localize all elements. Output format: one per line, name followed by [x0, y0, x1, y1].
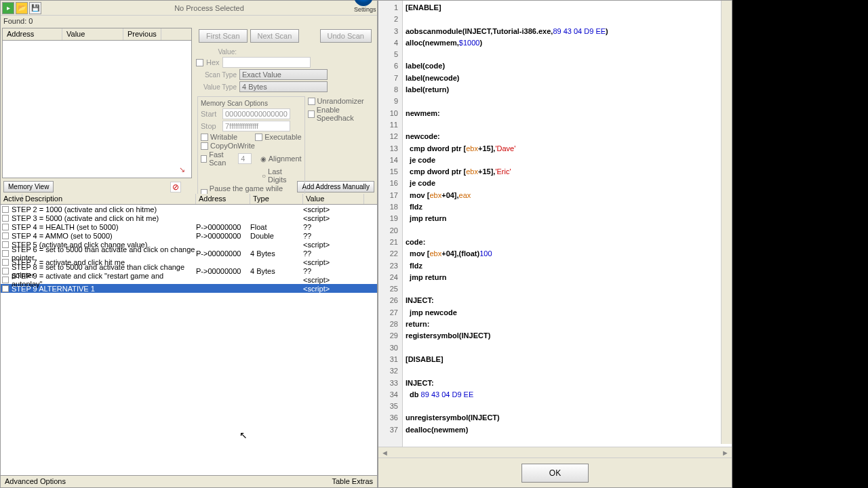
first-scan-button[interactable]: First Scan [199, 29, 248, 43]
active-checkbox[interactable] [2, 241, 9, 248]
found-label: Found: 0 [1, 16, 377, 26]
writable-checkbox[interactable] [201, 134, 208, 141]
table-row[interactable]: STEP 9 = activate and click "restart gam… [1, 275, 377, 284]
advanced-options-link[interactable]: Advanced Options [5, 477, 66, 486]
process-title: No Process Selected [43, 4, 376, 12]
stop-input[interactable] [222, 121, 290, 131]
undo-scan-button[interactable]: Undo Scan [320, 29, 372, 43]
stop-icon[interactable]: ⊘ [170, 182, 181, 192]
memory-view-button[interactable]: Memory View [3, 181, 54, 192]
results-header: Address Value Previous [3, 28, 191, 41]
line-gutter: 1234567891011121314151617181920212223242… [378, 1, 403, 447]
address-table[interactable]: Active Description Address Type Value ST… [1, 194, 377, 485]
open-file-icon[interactable]: 📂 [16, 2, 28, 14]
active-checkbox[interactable] [2, 285, 9, 292]
ce-logo[interactable]: Settings [354, 0, 374, 16]
next-scan-button[interactable]: Next Scan [250, 29, 300, 43]
active-checkbox[interactable] [2, 232, 9, 239]
auto-assemble-window: 1234567891011121314151617181920212223242… [378, 0, 732, 488]
active-checkbox[interactable] [2, 268, 9, 274]
scrollbar-vertical[interactable] [721, 1, 732, 444]
footer: Advanced Options Table Extras [1, 475, 377, 487]
fastscan-checkbox[interactable] [201, 155, 207, 163]
active-checkbox[interactable] [2, 224, 9, 230]
table-header: Active Description Address Type Value [1, 194, 377, 205]
start-input[interactable] [222, 108, 290, 119]
active-checkbox[interactable] [2, 215, 9, 222]
table-extras-link[interactable]: Table Extras [332, 477, 373, 486]
speedhack-checkbox[interactable] [308, 110, 315, 118]
active-checkbox[interactable] [2, 250, 9, 257]
table-row[interactable]: STEP 4 = HEALTH (set to 5000)P->00000000… [1, 222, 377, 231]
active-checkbox[interactable] [2, 259, 9, 266]
active-checkbox[interactable] [2, 277, 9, 283]
table-row[interactable]: STEP 2 = 1000 (activate and click on hit… [1, 205, 377, 214]
executable-checkbox[interactable] [255, 134, 262, 141]
clear-icon[interactable]: ↘ [179, 165, 189, 175]
scan-panel: First Scan Next Scan Undo Scan Value: He… [193, 26, 377, 180]
unrand-checkbox[interactable] [308, 98, 315, 105]
table-row[interactable]: STEP 3 = 5000 (activate and click on hit… [1, 214, 377, 222]
hex-checkbox[interactable] [196, 59, 203, 66]
table-row[interactable]: STEP 4 = AMMO (set to 5000)P->00000000Do… [1, 231, 377, 240]
table-row[interactable]: STEP 9 ALTERNATIVE 1<script> [1, 284, 377, 293]
table-row[interactable]: STEP 6 = set to 5000 than activate and c… [1, 249, 377, 258]
cheat-engine-window: ▸ 📂 💾 No Process Selected Settings Found… [0, 0, 378, 488]
results-list[interactable]: Address Value Previous ↘ [2, 28, 192, 178]
open-process-icon[interactable]: ▸ [2, 2, 14, 14]
cow-checkbox[interactable] [201, 142, 208, 150]
value-type-dropdown[interactable]: 4 Bytes [239, 81, 328, 92]
scrollbar-horizontal[interactable]: ◄► [378, 447, 732, 458]
ok-button[interactable]: OK [521, 464, 589, 483]
value-input[interactable] [222, 57, 311, 68]
code-editor[interactable]: [ENABLE]aobscanmodule(INJECT,Tutorial-i3… [403, 1, 732, 447]
scan-type-dropdown[interactable]: Exact Value [239, 69, 328, 80]
active-checkbox[interactable] [2, 206, 9, 213]
save-icon[interactable]: 💾 [29, 2, 41, 14]
toolbar: ▸ 📂 💾 No Process Selected Settings [1, 1, 377, 16]
